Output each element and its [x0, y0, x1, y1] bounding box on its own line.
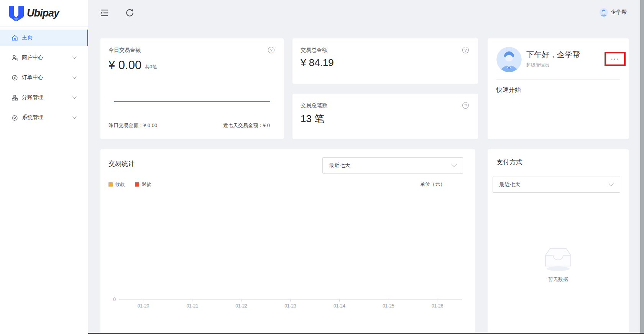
- axis-tick: [192, 299, 192, 301]
- avatar: [600, 8, 608, 17]
- x-axis-tick-label: 01-23: [266, 303, 315, 309]
- axis-tick: [388, 299, 388, 301]
- card-title: 交易总笔数: [301, 102, 327, 109]
- merchant-icon: [12, 55, 18, 61]
- payment-range-select[interactable]: 最近七天: [493, 177, 620, 193]
- x-axis-tick-label: 01-25: [364, 303, 413, 309]
- total-count-card: 交易总笔数 ? 13 笔: [292, 94, 478, 139]
- logo[interactable]: Ubipay: [0, 0, 88, 27]
- sidebar-item-label: 订单中心: [22, 74, 43, 81]
- empty-state: 暂无数据: [488, 245, 629, 283]
- sidebar-menu: 主页 商户中心 订单中心 分账管理 系统管理: [0, 27, 88, 126]
- sidebar-item-label: 商户中心: [22, 54, 43, 61]
- today-count: 共0笔: [145, 64, 157, 70]
- sidebar-item-order-center[interactable]: 订单中心: [0, 69, 88, 86]
- app-title: Ubipay: [27, 7, 59, 19]
- user-menu[interactable]: 企学帮: [600, 8, 627, 17]
- today-sparkline: [114, 101, 270, 102]
- user-name: 企学帮: [611, 9, 627, 16]
- axis-tick: [143, 299, 143, 301]
- ubipay-logo-icon: [8, 6, 25, 21]
- chevron-down-icon: [72, 114, 76, 119]
- legend-swatch-refund: [135, 182, 139, 187]
- transaction-statistics-card: 交易统计 最近七天 收款 退款 单位（元） 0 01-20 01-21 01-2…: [100, 149, 475, 332]
- settings-icon: [12, 114, 18, 121]
- sidebar-item-system-management[interactable]: 系统管理: [0, 109, 88, 126]
- chevron-down-icon: [452, 162, 457, 167]
- y-axis-zero-label: 0: [106, 297, 116, 302]
- total-amount-value: ¥ 84.19: [301, 57, 334, 69]
- card-title: 今日交易金额: [108, 47, 141, 54]
- menu-fold-icon[interactable]: [99, 8, 109, 18]
- axis-tick: [290, 299, 291, 301]
- empty-inbox-icon: [542, 245, 575, 272]
- sidebar-item-label: 主页: [22, 34, 33, 41]
- refresh-icon[interactable]: [125, 8, 135, 18]
- greeting-text: 下午好，企学帮: [526, 50, 580, 60]
- chart-unit-label: 单位（元）: [420, 181, 445, 188]
- total-count-value: 13 笔: [301, 112, 324, 126]
- divider: [496, 79, 620, 80]
- avatar: [496, 47, 522, 72]
- quick-start-heading: 快速开始: [496, 86, 521, 94]
- x-axis-labels: 01-20 01-21 01-22 01-23 01-24 01-25 01-2…: [119, 303, 462, 309]
- x-axis-tick-label: 01-26: [413, 303, 462, 309]
- x-axis-tick-label: 01-22: [217, 303, 266, 309]
- chart-legend: 收款 退款: [108, 181, 161, 188]
- payment-methods-card: 支付方式 最近七天 暂无数据: [488, 149, 629, 332]
- empty-text: 暂无数据: [548, 276, 568, 283]
- vertical-scrollbar[interactable]: [640, 0, 644, 334]
- order-icon: [12, 74, 18, 81]
- x-axis-tick-label: 01-21: [168, 303, 217, 309]
- user-role: 超级管理员: [526, 62, 549, 68]
- help-icon[interactable]: ?: [462, 102, 469, 109]
- sidebar-item-home[interactable]: 主页: [0, 30, 88, 46]
- chart-range-select[interactable]: 最近七天: [322, 157, 463, 174]
- x-axis-tick-label: 01-20: [119, 303, 168, 309]
- legend-item-refund[interactable]: 退款: [135, 181, 151, 188]
- legend-item-receive[interactable]: 收款: [108, 181, 125, 188]
- home-icon: [12, 35, 18, 41]
- sidebar-item-split-management[interactable]: 分账管理: [0, 89, 88, 106]
- more-button-highlighted[interactable]: ···: [605, 52, 626, 66]
- sidebar: Ubipay 主页 商户中心 订单中心 分账管理: [0, 0, 88, 334]
- sidebar-item-label: 分账管理: [22, 94, 43, 101]
- axis-tick: [241, 299, 242, 301]
- today-transactions-card: 今日交易金额 ? ¥ 0.00 共0笔 昨日交易金额：¥ 0.00 近七天交易金…: [100, 38, 284, 139]
- chart-range-value: 最近七天: [329, 162, 350, 169]
- chevron-down-icon: [72, 55, 76, 59]
- axis-tick: [339, 299, 340, 301]
- x-axis-tick-label: 01-24: [315, 303, 364, 309]
- chevron-down-icon: [72, 94, 76, 99]
- payment-range-value: 最近七天: [499, 181, 521, 188]
- payment-title: 支付方式: [496, 158, 522, 167]
- today-amount: ¥ 0.00: [108, 58, 141, 72]
- week-amount: 近七天交易金额：¥ 0: [223, 122, 270, 129]
- sidebar-item-merchant-center[interactable]: 商户中心: [0, 50, 88, 66]
- help-icon[interactable]: ?: [462, 47, 469, 53]
- yesterday-amount: 昨日交易金额：¥ 0.00: [108, 122, 157, 129]
- chevron-down-icon: [609, 181, 614, 186]
- split-account-icon: [12, 94, 18, 101]
- total-amount-card: 交易总金额 ? ¥ 84.19: [292, 38, 478, 84]
- card-title: 交易总金额: [301, 47, 327, 54]
- sidebar-item-label: 系统管理: [22, 114, 43, 121]
- chevron-down-icon: [72, 74, 76, 79]
- axis-tick: [437, 299, 437, 301]
- greeting-card: 下午好，企学帮 超级管理员 ··· 快速开始: [488, 38, 629, 139]
- legend-swatch-receive: [108, 182, 113, 187]
- help-icon[interactable]: ?: [268, 47, 274, 53]
- chart-title: 交易统计: [108, 159, 135, 168]
